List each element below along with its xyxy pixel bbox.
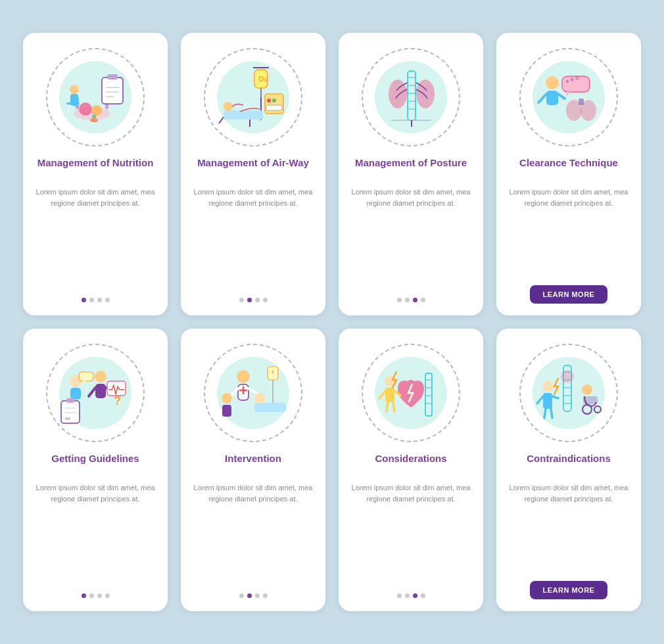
svg-line-92 — [393, 402, 394, 411]
svg-point-2 — [91, 105, 102, 116]
svg-text:O₂: O₂ — [258, 75, 268, 83]
svg-line-91 — [387, 402, 388, 411]
svg-rect-88 — [385, 388, 394, 402]
svg-rect-5 — [102, 78, 123, 104]
svg-rect-42 — [546, 91, 558, 105]
card-title-contraindications: Contraindications — [527, 452, 611, 477]
dot-3 — [421, 593, 425, 598]
dot-2 — [255, 298, 260, 302]
card-title-considerations: Considerations — [375, 452, 446, 477]
svg-line-55 — [89, 388, 95, 396]
svg-point-10 — [70, 85, 79, 94]
card-airway: O₂ Management of Air-Way Lorem ipsum dol… — [181, 33, 325, 315]
dot-1 — [247, 298, 252, 302]
illustration-guidelines: ? — [43, 340, 148, 446]
svg-line-89 — [379, 391, 385, 398]
dot-2 — [413, 593, 417, 598]
svg-point-101 — [582, 405, 592, 414]
dot-1 — [247, 593, 252, 598]
illustration-intervention — [201, 340, 306, 446]
svg-rect-77 — [222, 405, 231, 417]
svg-rect-58 — [70, 388, 81, 400]
svg-line-43 — [538, 94, 546, 103]
svg-line-71 — [249, 388, 256, 393]
svg-point-25 — [272, 99, 276, 103]
illustration-airway: O₂ — [201, 45, 306, 150]
svg-point-28 — [224, 102, 233, 111]
card-desc-guidelines: Lorem ipsum dolor sit dim amet, mea regi… — [34, 482, 157, 587]
card-intervention: Intervention Lorem ipsum dolor sit dim a… — [181, 329, 325, 611]
card-desc-clearance: Lorem ipsum dolor sit dim amet, mea regi… — [507, 187, 630, 275]
card-title-guidelines: Getting Guidelines — [51, 452, 139, 477]
svg-rect-12 — [66, 103, 71, 104]
svg-wrap-guidelines: ? — [56, 354, 135, 432]
svg-line-44 — [558, 94, 565, 99]
dot-0 — [397, 298, 402, 302]
svg-line-109 — [551, 409, 552, 418]
svg-rect-74 — [254, 403, 286, 412]
svg-rect-6 — [107, 74, 118, 80]
dot-2 — [413, 298, 417, 302]
card-grid: Management of Nutrition Lorem ipsum dolo… — [3, 13, 661, 631]
dot-3 — [263, 593, 268, 598]
dot-2 — [255, 593, 260, 598]
svg-wrap-posture — [371, 58, 450, 137]
card-title-nutrition: Management of Nutrition — [37, 156, 154, 181]
dot-3 — [105, 298, 110, 302]
svg-rect-13 — [75, 103, 80, 104]
svg-point-41 — [546, 76, 559, 89]
dot-2 — [97, 593, 102, 598]
dot-0 — [82, 593, 86, 598]
dot-3 — [105, 593, 110, 598]
svg-wrap-contraindications — [529, 354, 608, 432]
svg-rect-26 — [266, 105, 282, 110]
svg-marker-46 — [565, 92, 571, 97]
svg-marker-61 — [81, 381, 86, 385]
dot-0 — [82, 298, 86, 302]
card-posture: Management of Posture Lorem ipsum dolor … — [339, 33, 483, 315]
svg-point-68 — [237, 370, 250, 383]
card-title-clearance: Clearance Technique — [519, 156, 618, 181]
svg-rect-49 — [579, 99, 584, 105]
dot-1 — [405, 298, 410, 302]
dot-1 — [405, 593, 410, 598]
svg-point-1 — [79, 103, 92, 116]
svg-wrap-considerations — [371, 354, 450, 432]
card-desc-considerations: Lorem ipsum dolor sit dim amet, mea regi… — [349, 482, 473, 587]
svg-point-100 — [582, 384, 592, 395]
illustration-posture — [358, 45, 463, 150]
svg-point-104 — [542, 381, 553, 392]
svg-rect-60 — [79, 372, 93, 381]
svg-line-108 — [544, 409, 546, 418]
card-title-airway: Management of Air-Way — [197, 156, 309, 181]
dot-0 — [397, 593, 402, 598]
svg-rect-31 — [408, 71, 415, 120]
svg-rect-63 — [66, 398, 74, 403]
svg-line-29 — [219, 117, 224, 124]
svg-point-75 — [254, 393, 265, 403]
card-considerations: Considerations Lorem ipsum dolor sit dim… — [339, 329, 483, 611]
svg-point-14 — [90, 118, 98, 122]
dot-3 — [421, 298, 425, 302]
svg-point-51 — [571, 78, 574, 81]
svg-line-107 — [552, 396, 558, 398]
svg-wrap-nutrition — [56, 58, 135, 137]
illustration-contraindications — [516, 340, 621, 446]
learn-more-button-clearance[interactable]: LEARN MORE — [530, 285, 608, 304]
svg-line-106 — [537, 396, 543, 403]
svg-rect-103 — [583, 396, 598, 404]
pagination-dots-posture — [397, 298, 425, 302]
pagination-dots-guidelines — [82, 593, 110, 598]
dot-0 — [239, 298, 244, 302]
svg-text:?: ? — [114, 394, 121, 407]
pagination-dots-intervention — [239, 593, 268, 598]
learn-more-button-contraindications[interactable]: LEARN MORE — [530, 581, 608, 599]
dot-1 — [89, 593, 94, 598]
svg-rect-62 — [61, 401, 80, 423]
dot-2 — [97, 298, 102, 302]
card-nutrition: Management of Nutrition Lorem ipsum dolo… — [23, 33, 168, 315]
card-title-intervention: Intervention — [225, 452, 281, 477]
pagination-dots-nutrition — [82, 298, 110, 302]
dot-3 — [263, 298, 268, 302]
svg-wrap-intervention — [214, 354, 293, 432]
